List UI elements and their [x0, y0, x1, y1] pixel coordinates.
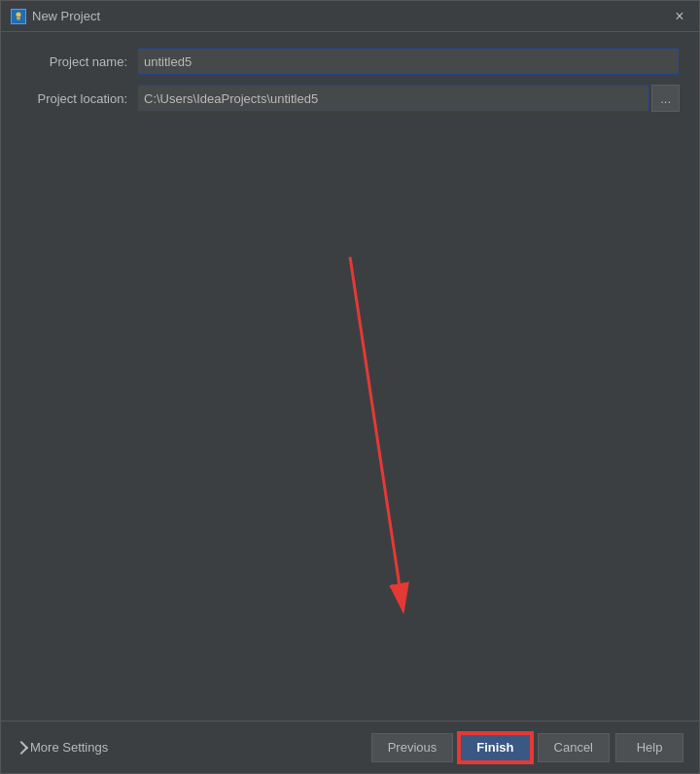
more-settings-label: More Settings: [30, 740, 108, 755]
svg-rect-2: [17, 18, 20, 18]
content-area: Project name: Project location: ...: [1, 32, 699, 721]
project-location-input[interactable]: [137, 85, 649, 112]
annotation-arrow: [20, 122, 680, 705]
middle-area: [20, 122, 680, 705]
svg-rect-3: [18, 18, 20, 19]
project-location-row: Project location: ...: [20, 85, 680, 112]
project-location-label: Project location:: [20, 91, 127, 106]
chevron-right-icon: [15, 740, 28, 754]
title-bar: New Project ×: [1, 1, 699, 32]
project-name-row: Project name:: [20, 48, 680, 75]
svg-point-1: [17, 12, 21, 17]
project-name-input[interactable]: [137, 48, 680, 75]
help-button[interactable]: Help: [615, 733, 683, 762]
title-bar-left: New Project: [11, 9, 100, 24]
idea-icon: [11, 9, 26, 24]
more-settings-toggle[interactable]: More Settings: [17, 740, 108, 755]
bottom-bar: More Settings Previous Finish Cancel Hel…: [1, 721, 699, 773]
button-group: Previous Finish Cancel Help: [371, 733, 683, 762]
browse-button[interactable]: ...: [651, 85, 680, 112]
dialog-title: New Project: [32, 9, 100, 23]
cancel-button[interactable]: Cancel: [538, 733, 610, 762]
new-project-dialog: New Project × Project name: Project loca…: [0, 0, 700, 774]
previous-button[interactable]: Previous: [371, 733, 454, 762]
close-button[interactable]: ×: [670, 7, 689, 26]
project-location-field-group: ...: [137, 85, 680, 112]
svg-line-5: [350, 257, 403, 611]
project-name-label: Project name:: [20, 54, 127, 69]
finish-button[interactable]: Finish: [459, 733, 531, 762]
